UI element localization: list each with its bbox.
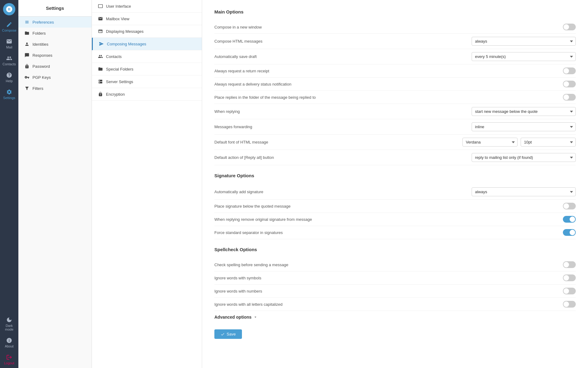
auto-save-draft-control: every 1 minute(s) every 3 minute(s) ever…: [472, 52, 576, 61]
auto-save-draft-label: Automatically save draft: [214, 54, 257, 59]
return-receipt-toggle[interactable]: [563, 67, 576, 74]
nav-help-label: Help: [6, 79, 13, 83]
advanced-options-row[interactable]: Advanced options: [214, 311, 576, 323]
nav-about-label: About: [5, 344, 14, 348]
compose-html-select[interactable]: always never on reply to HTML message: [472, 37, 576, 46]
delivery-status-toggle[interactable]: [563, 81, 576, 87]
sub-settings-encryption[interactable]: Encryption: [92, 88, 202, 101]
replies-folder-toggle[interactable]: [563, 94, 576, 101]
sub-settings-mailbox-view-label: Mailbox View: [106, 17, 129, 21]
check-spelling-control: [472, 261, 576, 268]
settings-menu-password-label: Password: [32, 64, 50, 69]
ignore-capitalized-label: Ignore words with all letters capitalize…: [214, 302, 283, 307]
delivery-status-slider: [563, 81, 576, 87]
font-family-select[interactable]: Arial Courier New Georgia Helvetica Time…: [462, 138, 518, 147]
settings-menu-identities[interactable]: Identities: [18, 39, 92, 50]
settings-header: Settings: [18, 0, 92, 17]
advanced-options-label: Advanced options: [214, 315, 251, 320]
remove-original-sig-toggle[interactable]: [563, 216, 576, 223]
sub-settings-server-settings-label: Server Settings: [106, 79, 133, 84]
nav-mail[interactable]: Mail: [0, 35, 18, 52]
default-font-label: Default font of HTML message: [214, 140, 268, 144]
reply-all-action-control: reply to all recipients reply to mailing…: [472, 153, 576, 162]
ignore-capitalized-control: [472, 301, 576, 308]
sub-settings-server-settings[interactable]: Server Settings: [92, 75, 202, 88]
ignore-numbers-toggle[interactable]: [563, 288, 576, 294]
save-button[interactable]: Save: [214, 329, 242, 339]
nav-logout[interactable]: Logout: [0, 351, 18, 368]
settings-menu-filters[interactable]: Filters: [18, 83, 92, 94]
settings-menu-pgpkeys[interactable]: PGP Keys: [18, 72, 92, 83]
nav-settings[interactable]: Settings: [0, 86, 18, 103]
sig-below-quote-control: [472, 203, 576, 209]
sub-settings-panel: User Interface Mailbox View Displaying M…: [92, 0, 202, 368]
nav-contacts[interactable]: Contacts: [0, 52, 18, 69]
ignore-capitalized-toggle[interactable]: [563, 301, 576, 308]
settings-menu-preferences[interactable]: Preferences: [18, 17, 92, 28]
settings-menu-responses-label: Responses: [32, 53, 52, 58]
sub-settings-user-interface[interactable]: User Interface: [92, 0, 202, 13]
option-check-spelling: Check spelling before sending a message: [214, 258, 576, 271]
option-reply-all-action: Default action of [Reply all] button rep…: [214, 150, 576, 165]
option-delivery-status: Always request a delivery status notific…: [214, 78, 576, 91]
font-size-select[interactable]: 8pt 9pt 10pt 11pt 12pt 14pt 18pt: [521, 138, 576, 147]
nav-sidebar: Compose Mail Contacts Help Settings Dark…: [0, 0, 18, 368]
ignore-symbols-toggle[interactable]: [563, 274, 576, 281]
ignore-numbers-control: [472, 288, 576, 294]
reply-all-action-select[interactable]: reply to all recipients reply to mailing…: [472, 153, 576, 162]
ignore-numbers-label: Ignore words with numbers: [214, 289, 262, 293]
default-font-control: Arial Courier New Georgia Helvetica Time…: [462, 138, 576, 147]
nav-darkmode[interactable]: Dark mode: [0, 314, 18, 334]
settings-menu-responses[interactable]: Responses: [18, 50, 92, 61]
reply-all-action-label: Default action of [Reply all] button: [214, 155, 274, 160]
option-compose-new-window: Compose in a new window: [214, 21, 576, 34]
auto-add-signature-select[interactable]: always never on reply on forward: [472, 187, 576, 196]
option-auto-add-signature: Automatically add signature always never…: [214, 184, 576, 200]
standard-separator-label: Force standard separator in signatures: [214, 230, 283, 235]
settings-panel: Settings Preferences Folders Identities …: [18, 0, 92, 368]
option-sig-below-quote: Place signature below the quoted message: [214, 200, 576, 213]
settings-menu-pgpkeys-label: PGP Keys: [32, 75, 51, 80]
settings-menu-preferences-label: Preferences: [32, 20, 54, 25]
settings-menu-folders[interactable]: Folders: [18, 28, 92, 39]
messages-forwarding-select[interactable]: inline as attachment: [472, 122, 576, 131]
ignore-numbers-slider: [563, 288, 576, 294]
font-row: Arial Courier New Georgia Helvetica Time…: [462, 138, 576, 147]
settings-menu-password[interactable]: Password: [18, 61, 92, 72]
sub-settings-displaying-messages[interactable]: Displaying Messages: [92, 25, 202, 38]
delivery-status-label: Always request a delivery status notific…: [214, 82, 291, 86]
check-spelling-label: Check spelling before sending a message: [214, 263, 288, 267]
checkmark-icon: [221, 332, 225, 336]
nav-compose[interactable]: Compose: [0, 18, 18, 35]
ignore-capitalized-slider: [563, 301, 576, 308]
standard-separator-control: [472, 229, 576, 236]
sub-settings-contacts[interactable]: Contacts: [92, 50, 202, 63]
sub-settings-displaying-messages-label: Displaying Messages: [106, 29, 144, 34]
standard-separator-slider: [563, 229, 576, 236]
nav-settings-label: Settings: [3, 96, 15, 100]
compose-new-window-label: Compose in a new window: [214, 25, 262, 29]
standard-separator-toggle[interactable]: [563, 229, 576, 236]
sub-settings-mailbox-view[interactable]: Mailbox View: [92, 13, 202, 25]
option-return-receipt: Always request a return receipt: [214, 64, 576, 78]
nav-help[interactable]: Help: [0, 69, 18, 86]
sub-settings-special-folders[interactable]: Special Folders: [92, 63, 202, 75]
option-ignore-numbers: Ignore words with numbers: [214, 285, 576, 298]
auto-add-signature-control: always never on reply on forward: [472, 187, 576, 196]
compose-new-window-toggle[interactable]: [563, 24, 576, 30]
remove-original-sig-label: When replying remove original signature …: [214, 217, 312, 222]
delivery-status-control: [472, 81, 576, 87]
sig-below-quote-toggle[interactable]: [563, 203, 576, 209]
nav-about[interactable]: About: [0, 334, 18, 351]
sub-settings-composing-messages-label: Composing Messages: [107, 42, 146, 46]
nav-logout-label: Logout: [4, 361, 14, 365]
nav-contacts-label: Contacts: [2, 62, 16, 66]
when-replying-select[interactable]: start new message below the quote start …: [472, 107, 576, 116]
sub-settings-composing-messages[interactable]: Composing Messages: [92, 38, 202, 50]
nav-mail-label: Mail: [6, 45, 12, 49]
option-auto-save-draft: Automatically save draft every 1 minute(…: [214, 49, 576, 64]
ignore-symbols-label: Ignore words with symbols: [214, 276, 261, 280]
check-spelling-toggle[interactable]: [563, 261, 576, 268]
messages-forwarding-label: Messages forwarding: [214, 125, 252, 129]
auto-save-draft-select[interactable]: every 1 minute(s) every 3 minute(s) ever…: [472, 52, 576, 61]
